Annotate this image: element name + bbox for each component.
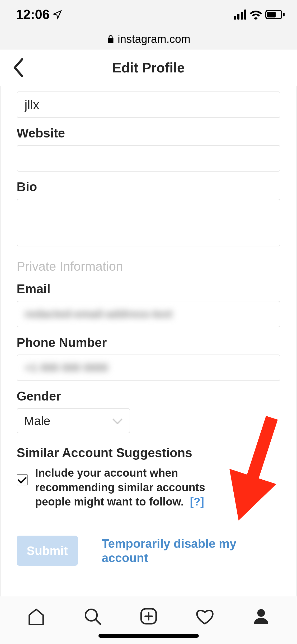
submit-button[interactable]: Submit — [17, 536, 78, 566]
similar-suggestions-text: Include your account when recommending s… — [35, 466, 217, 509]
private-info-heading: Private Information — [17, 259, 280, 274]
status-time: 12:06 — [16, 7, 62, 22]
similar-suggestions-help-link[interactable]: [?] — [190, 495, 204, 508]
bio-label: Bio — [17, 180, 280, 194]
website-label: Website — [17, 126, 280, 140]
cellular-signal-icon — [234, 10, 246, 20]
url-domain-text: instagram.com — [118, 33, 190, 45]
page-header: Edit Profile — [0, 49, 297, 86]
page-title: Edit Profile — [0, 60, 297, 76]
email-value-redacted: redacted-email-address-text — [25, 308, 172, 320]
gender-select[interactable]: Male — [17, 408, 130, 433]
battery-icon — [265, 10, 285, 20]
svg-rect-2 — [283, 13, 285, 16]
email-input[interactable]: redacted-email-address-text — [17, 301, 280, 327]
svg-line-5 — [96, 620, 101, 624]
status-bar: 12:06 — [0, 0, 297, 29]
location-arrow-icon — [52, 10, 62, 20]
status-icons — [234, 10, 285, 20]
clock-text: 12:06 — [16, 7, 50, 22]
chevron-down-icon — [112, 414, 123, 428]
home-indicator[interactable] — [98, 634, 199, 638]
website-input[interactable] — [17, 145, 280, 172]
phone-input[interactable]: +1 000 000 0000 — [17, 355, 280, 381]
tab-profile[interactable] — [249, 604, 273, 628]
gender-label: Gender — [17, 389, 280, 403]
email-label: Email — [17, 282, 280, 296]
temporarily-disable-link[interactable]: Temporarily disable my account — [102, 536, 280, 565]
phone-label: Phone Number — [17, 335, 280, 350]
lock-icon — [107, 34, 115, 44]
username-input[interactable] — [17, 91, 280, 118]
bio-textarea[interactable] — [17, 199, 280, 246]
tab-home[interactable] — [24, 604, 48, 628]
tab-search[interactable] — [81, 604, 104, 628]
tab-new-post[interactable] — [137, 604, 161, 628]
similar-suggestions-checkbox[interactable] — [17, 474, 28, 485]
back-button[interactable] — [11, 60, 26, 76]
browser-url-bar[interactable]: instagram.com — [0, 29, 297, 49]
tab-activity[interactable] — [193, 604, 217, 628]
edit-profile-form: Website Bio Private Information Email re… — [0, 86, 297, 596]
similar-suggestions-heading: Similar Account Suggestions — [17, 445, 280, 460]
phone-value-redacted: +1 000 000 0000 — [25, 361, 108, 374]
similar-suggestions-row: Include your account when recommending s… — [17, 466, 280, 509]
svg-point-4 — [85, 609, 97, 621]
wifi-icon — [249, 10, 262, 20]
device-frame: 12:06 instagram.com Edit Profil — [0, 0, 297, 644]
svg-rect-1 — [267, 12, 276, 17]
svg-point-9 — [257, 609, 265, 617]
form-actions: Submit Temporarily disable my account — [17, 536, 280, 566]
gender-selected-value: Male — [24, 414, 50, 428]
